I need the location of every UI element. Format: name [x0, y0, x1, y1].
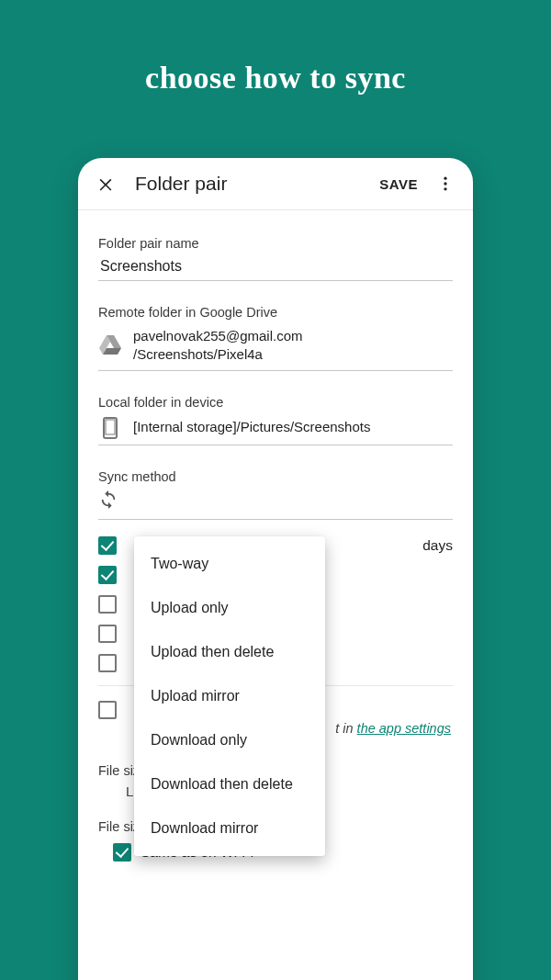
remote-folder-row[interactable]: pavelnovak255@gmail.com /Screenshots/Pix…	[98, 320, 453, 371]
local-folder-text: [Internal storage]/Pictures/Screenshots	[133, 418, 370, 436]
remote-folder-text: pavelnovak255@gmail.com /Screenshots/Pix…	[133, 327, 303, 365]
sync-method-menu: Two-way Upload only Upload then delete U…	[134, 536, 325, 856]
days-fragment: days	[422, 537, 453, 554]
menu-item-two-way[interactable]: Two-way	[134, 542, 325, 586]
hint-prefix: t in	[335, 721, 356, 736]
save-button[interactable]: SAVE	[372, 176, 425, 192]
overflow-button[interactable]	[425, 163, 466, 204]
sync-method-row[interactable]	[98, 484, 453, 520]
app-bar: Folder pair SAVE	[78, 158, 473, 209]
app-settings-link[interactable]: the app settings	[357, 721, 451, 736]
remote-path: /Screenshots/Pixel4a	[133, 345, 303, 364]
menu-item-upload-then-delete[interactable]: Upload then delete	[134, 630, 325, 674]
svg-point-1	[444, 182, 446, 185]
menu-item-upload-mirror[interactable]: Upload mirror	[134, 674, 325, 718]
more-vert-icon	[436, 175, 455, 193]
remote-account: pavelnovak255@gmail.com	[133, 327, 303, 345]
appbar-title: Folder pair	[135, 173, 372, 195]
sync-icon	[98, 490, 118, 510]
checkbox-icon	[98, 701, 117, 719]
menu-item-download-only[interactable]: Download only	[134, 718, 325, 762]
svg-rect-7	[106, 420, 115, 434]
name-input[interactable]: Screenshots	[98, 251, 453, 281]
name-label: Folder pair name	[98, 236, 453, 251]
checkbox-icon	[98, 595, 117, 614]
local-folder-row[interactable]: [Internal storage]/Pictures/Screenshots	[98, 410, 453, 445]
remote-label: Remote folder in Google Drive	[98, 305, 453, 320]
checkbox-icon	[98, 625, 117, 643]
svg-point-0	[444, 177, 446, 180]
checkbox-icon	[98, 654, 117, 672]
local-label: Local folder in device	[98, 395, 453, 410]
menu-item-download-mirror[interactable]: Download mirror	[134, 806, 325, 850]
close-icon	[96, 175, 115, 193]
device-icon	[98, 417, 122, 439]
checkbox-checked-icon	[113, 843, 131, 862]
svg-point-2	[444, 187, 446, 190]
checkbox-checked-icon	[98, 566, 117, 584]
hero-title: choose how to sync	[0, 0, 551, 134]
menu-item-download-then-delete[interactable]: Download then delete	[134, 762, 325, 806]
menu-item-upload-only[interactable]: Upload only	[134, 586, 325, 630]
close-button[interactable]	[85, 163, 126, 204]
checkbox-checked-icon	[98, 536, 117, 555]
sync-method-label: Sync method	[98, 469, 453, 484]
gdrive-icon	[98, 335, 122, 355]
